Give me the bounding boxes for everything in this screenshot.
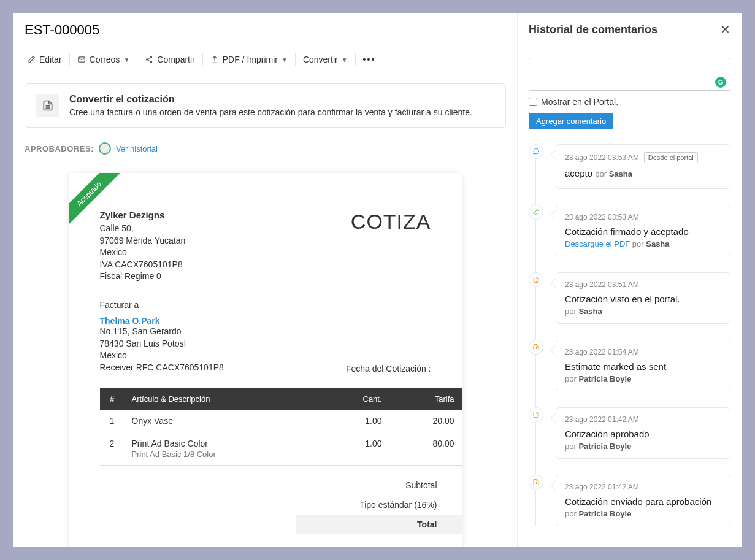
item-rate: 20.00 (389, 410, 462, 432)
comment-author: por Sasha (595, 169, 632, 178)
sidebar-header: Historial de comentarios ✕ (518, 13, 742, 45)
comment-author: por Patricia Boyle (565, 374, 721, 383)
share-icon (145, 55, 153, 64)
edit-label: Editar (39, 55, 62, 64)
timeline-item: 23 ago 2022 03:53 AMDesde el portalacept… (529, 144, 730, 189)
comment-timestamp: 23 ago 2022 01:42 AM (565, 483, 639, 491)
item-desc: Onyx Vase (125, 410, 322, 432)
page-header: EST-000005 (13, 13, 517, 47)
comment-author: por Patricia Boyle (565, 442, 721, 451)
close-sidebar-button[interactable]: ✕ (720, 22, 730, 37)
chevron-down-icon: ▼ (342, 56, 348, 63)
close-icon: ✕ (720, 23, 730, 36)
customer-address-line: Mexico (100, 350, 224, 362)
convert-label: Convertir (303, 55, 338, 64)
col-rate: Tarifa (389, 388, 462, 410)
comment-meta: 23 ago 2022 01:42 AM (565, 415, 721, 424)
pdf-print-button[interactable]: PDF / Imprimir ▼ (203, 47, 295, 72)
comment-text: Estimate marked as sent (565, 361, 721, 372)
banner-description: Cree una factura o una orden de venta pa… (69, 107, 472, 117)
customer-name-link[interactable]: Thelma O.Park (100, 316, 224, 326)
comment-timestamp: 23 ago 2022 03:53 AM (565, 153, 639, 162)
comment-timestamp: 23 ago 2022 03:51 AM (565, 280, 639, 289)
timeline-card: 23 ago 2022 03:53 AMDesde el portalacept… (556, 144, 730, 189)
comment-text: Cotización visto en el portal. (565, 294, 721, 304)
view-history-link[interactable]: Ver historial (116, 144, 158, 153)
comment-timestamp: 23 ago 2022 01:42 AM (565, 415, 639, 424)
customer-block: Thelma O.Park No.115, San Gerardo 78430 … (100, 316, 224, 374)
timeline-item: 23 ago 2022 03:51 AMCotización visto en … (529, 272, 730, 324)
pdf-label: PDF / Imprimir (223, 55, 278, 64)
totals-block: Subtotal Tipo estándar (16%) Total (69, 475, 462, 534)
approver-avatar (99, 142, 111, 155)
more-button[interactable]: ••• (356, 47, 383, 72)
share-button[interactable]: Compartir (137, 47, 202, 72)
timeline-doc-icon (529, 340, 543, 355)
toolbar: Editar Correos ▼ Compartir (13, 47, 517, 72)
pdf-icon (210, 55, 219, 64)
item-sub-desc: Print Ad Basic 1/8 Color (132, 450, 315, 459)
customer-address-line: No.115, San Gerardo (100, 326, 224, 338)
tax-row: Tipo estándar (16%) (69, 495, 462, 515)
show-in-portal-checkbox[interactable]: Mostrar en el Portal. (529, 97, 730, 107)
total-row: Total (296, 515, 462, 534)
tax-label: Tipo estándar (16%) (327, 500, 437, 510)
item-number: 1 (100, 410, 125, 432)
pencil-icon (27, 55, 36, 64)
comment-author: Descargue el PDF por Sasha (565, 239, 721, 248)
company-address-line: Calle 50, (100, 223, 186, 235)
emails-button[interactable]: Correos ▼ (70, 47, 137, 72)
svg-point-3 (151, 61, 152, 63)
timeline-chat-icon (529, 144, 543, 159)
banner-text: Convertir el cotización Cree una factura… (69, 94, 472, 117)
item-qty: 1.00 (322, 410, 389, 432)
timeline-card: 23 ago 2022 01:54 AMEstimate marked as s… (556, 340, 730, 391)
sidebar-title: Historial de comentarios (529, 23, 657, 36)
item-qty: 1.00 (322, 432, 389, 466)
billing-section: Facturar a Thelma O.Park No.115, San Ger… (69, 283, 462, 380)
estimate-document: Aceptado Zylker Dezigns Calle 50, 97069 … (69, 173, 462, 547)
content-area: Convertir el cotización Cree una factura… (13, 72, 517, 547)
approvers-label: APROBADORES: (25, 144, 94, 153)
comment-text: Cotización enviado para aprobación (565, 496, 721, 507)
comment-text: Cotización firmado y aceptado (565, 226, 721, 237)
comment-timeline: 23 ago 2022 03:53 AMDesde el portalacept… (529, 144, 730, 526)
chevron-down-icon: ▼ (282, 56, 288, 63)
emails-label: Correos (90, 55, 120, 64)
customer-rfc-line: Receiver RFC CACX7605101P8 (100, 362, 224, 374)
item-number: 2 (100, 432, 125, 466)
timeline-doc-icon (529, 407, 543, 422)
document-type-title: COTIZA (351, 210, 431, 283)
items-table: # Artículo & Descripción Cant. Tarifa 1O… (100, 388, 462, 466)
timeline-doc-icon (529, 475, 543, 489)
company-regime-line: Fiscal Regime 0 (100, 270, 186, 283)
table-row: 2Print Ad Basic ColorPrint Ad Basic 1/8 … (100, 432, 462, 466)
comment-textarea[interactable]: G (529, 58, 730, 91)
comment-text: acepto por Sasha (565, 168, 721, 178)
timeline-doc-icon (529, 272, 543, 287)
portal-checkbox-input[interactable] (529, 98, 537, 106)
comment-meta: 23 ago 2022 01:54 AM (565, 348, 721, 356)
document-icon (36, 94, 59, 117)
portal-badge: Desde el portal (644, 152, 698, 163)
convert-banner: Convertir el cotización Cree una factura… (25, 83, 506, 128)
banner-title: Convertir el cotización (69, 94, 472, 105)
document-wrapper: Aceptado Zylker Dezigns Calle 50, 97069 … (25, 173, 506, 547)
subtotal-row: Subtotal (69, 475, 462, 495)
item-desc: Print Ad Basic ColorPrint Ad Basic 1/8 C… (125, 432, 322, 466)
edit-button[interactable]: Editar (20, 47, 69, 72)
timeline-item: 23 ago 2022 01:54 AMEstimate marked as s… (529, 340, 730, 391)
total-label: Total (327, 520, 437, 529)
comment-timestamp: 23 ago 2022 01:54 AM (565, 348, 639, 356)
estimate-date-label: Fecha del Cotización : (346, 364, 431, 374)
convert-button[interactable]: Convertir ▼ (296, 47, 355, 72)
comment-text: Cotización aprobado (565, 429, 721, 439)
table-row: 1Onyx Vase1.0020.00 (100, 410, 462, 432)
chevron-down-icon: ▼ (123, 56, 129, 63)
main-panel: EST-000005 Editar Correos ▼ (13, 13, 517, 547)
item-rate: 80.00 (389, 432, 462, 466)
add-comment-button[interactable]: Agregar comentario (529, 113, 613, 129)
sidebar-body: G Mostrar en el Portal. Agregar comentar… (518, 45, 742, 547)
download-pdf-link[interactable]: Descargue el PDF (565, 239, 630, 248)
timeline-card: 23 ago 2022 03:51 AMCotización visto en … (556, 272, 730, 324)
